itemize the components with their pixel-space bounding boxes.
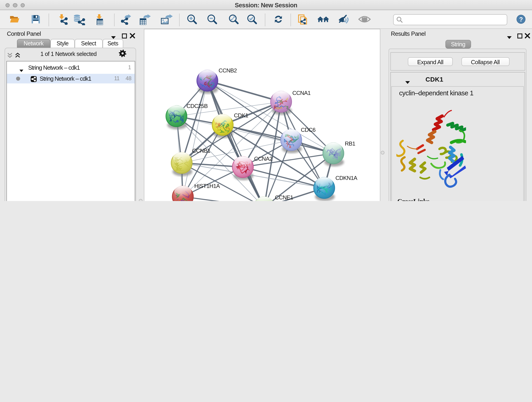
svg-text:CCNE1: CCNE1 (275, 194, 293, 201)
svg-text:HIST1H1A: HIST1H1A (194, 183, 220, 189)
svg-text:CDC25B: CDC25B (186, 103, 208, 109)
svg-text:CCNA1: CCNA1 (292, 90, 310, 96)
svg-text:CDC6: CDC6 (301, 127, 316, 133)
svg-text:CCNB2: CCNB2 (219, 67, 237, 74)
svg-text:CDK1: CDK1 (234, 112, 248, 119)
svg-text:?: ? (519, 16, 523, 23)
svg-text:CCNB1: CCNB1 (192, 148, 210, 154)
svg-text:CDKN1A: CDKN1A (336, 175, 357, 181)
svg-text:CCNA2: CCNA2 (254, 156, 272, 162)
svg-text:RB1: RB1 (345, 140, 355, 147)
